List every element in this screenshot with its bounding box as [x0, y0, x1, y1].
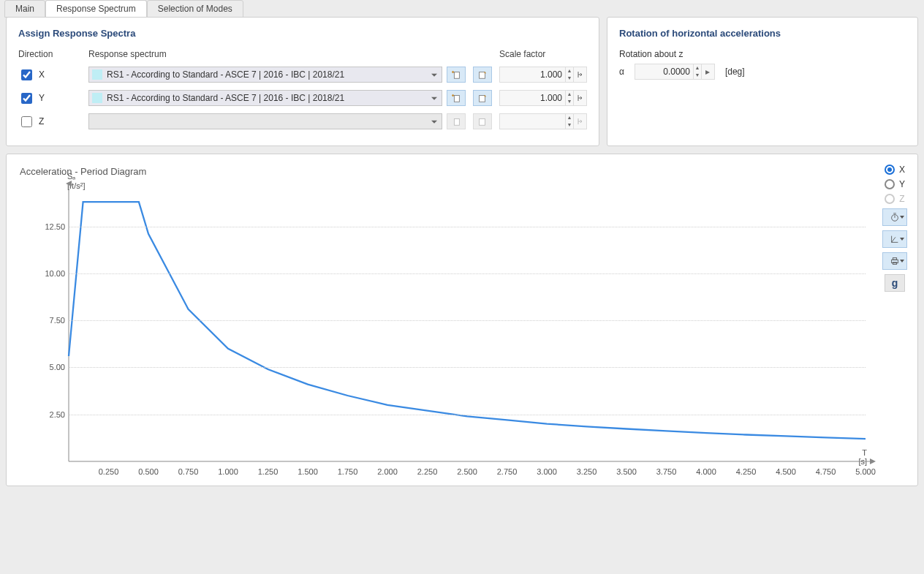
- x-tick-label: 2.750: [497, 467, 518, 476]
- chart-direction-z-radio: Z: [885, 194, 904, 204]
- scale-z-assign-icon: [573, 114, 586, 129]
- spectrum-swatch-icon: [92, 93, 102, 103]
- x-tick-label: 4.750: [816, 467, 836, 476]
- scale-y-input[interactable]: 1.000 ▲▼: [499, 90, 587, 106]
- rotation-slider-icon[interactable]: ▸: [701, 64, 714, 79]
- scale-y-assign-icon[interactable]: [573, 91, 586, 105]
- new-spectrum-z-button: [447, 113, 466, 129]
- direction-z-checkbox[interactable]: Z: [18, 114, 84, 129]
- svg-rect-5: [480, 119, 485, 126]
- svg-rect-8: [893, 258, 896, 260]
- chart-line: [69, 198, 866, 461]
- g-icon: g: [892, 277, 898, 289]
- x-tick-label: 4.000: [696, 467, 716, 476]
- hdr-scale: Scale factor: [499, 49, 587, 59]
- new-spectrum-y-button[interactable]: [447, 90, 466, 106]
- chart-title: Acceleration - Period Diagram: [20, 166, 907, 177]
- spectrum-swatch-icon: [92, 69, 102, 80]
- svg-rect-3: [480, 96, 485, 102]
- direction-z-label: Z: [39, 116, 44, 126]
- chart-axes-tool-button[interactable]: [882, 230, 907, 248]
- svg-rect-2: [454, 96, 459, 102]
- direction-y-checkbox[interactable]: Y: [18, 91, 84, 106]
- open-file-icon: [477, 93, 488, 103]
- spectrum-select-y[interactable]: RS1 - According to Standard - ASCE 7 | 2…: [88, 90, 442, 106]
- edit-spectrum-y-button[interactable]: [473, 90, 492, 106]
- direction-x-label: X: [39, 69, 45, 80]
- scale-x-input[interactable]: 1.000 ▲▼: [499, 67, 587, 83]
- edit-spectrum-z-button: [473, 113, 492, 129]
- assign-spectra-title: Assign Response Spectra: [18, 28, 587, 39]
- x-tick-label: 1.250: [258, 467, 279, 476]
- hdr-spectrum: Response spectrum: [88, 49, 442, 59]
- x-tick-label: 2.250: [417, 467, 438, 476]
- x-tick-label: 3.500: [616, 467, 637, 476]
- chart-radio-y-label: Y: [899, 179, 905, 189]
- chart-plot: Sₐ [ft/s²] T [s] 2.505.007.5010.0012.500…: [69, 198, 866, 461]
- scale-x-stepper[interactable]: ▲▼: [565, 67, 573, 82]
- tab-main[interactable]: Main: [4, 0, 45, 18]
- rotation-value: 0.0000: [635, 67, 693, 77]
- x-tick-label: 1.000: [218, 467, 238, 476]
- chevron-down-icon: [900, 216, 904, 219]
- x-tick-label: 2.500: [457, 467, 477, 476]
- y-axis-title: Sₐ [ft/s²]: [67, 172, 85, 190]
- svg-rect-4: [454, 119, 459, 126]
- chart-time-tool-button[interactable]: [882, 208, 907, 226]
- x-tick-label: 0.750: [178, 467, 199, 476]
- scale-y-value: 1.000: [500, 93, 565, 103]
- y-tick-label: 10.00: [36, 269, 65, 278]
- chart-g-button[interactable]: g: [885, 274, 905, 292]
- new-file-icon: [451, 69, 461, 80]
- spectrum-x-value: RS1 - According to Standard - ASCE 7 | 2…: [107, 69, 344, 80]
- edit-spectrum-x-button[interactable]: [473, 67, 492, 83]
- new-spectrum-x-button[interactable]: [447, 67, 466, 83]
- x-tick-label: 5.000: [855, 467, 876, 476]
- spectrum-y-value: RS1 - According to Standard - ASCE 7 | 2…: [107, 93, 344, 103]
- rotation-title: Rotation of horizontal accelerations: [619, 28, 906, 39]
- y-tick-label: 12.50: [36, 222, 65, 231]
- chevron-down-icon: [900, 238, 904, 241]
- scale-x-value: 1.000: [500, 69, 565, 80]
- rotation-label: Rotation about z: [619, 49, 906, 59]
- new-file-icon: [451, 116, 461, 126]
- x-tick-label: 3.000: [537, 467, 557, 476]
- chart-direction-x-radio[interactable]: X: [885, 165, 905, 175]
- direction-x-checkbox[interactable]: X: [18, 67, 84, 83]
- tab-response-spectrum[interactable]: Response Spectrum: [45, 0, 147, 18]
- x-tick-label: 1.750: [338, 467, 358, 476]
- chart-radio-z-label: Z: [899, 194, 904, 204]
- x-tick-label: 0.250: [99, 467, 119, 476]
- x-tick-label: 3.250: [577, 467, 597, 476]
- scale-x-assign-icon[interactable]: [573, 67, 586, 82]
- x-tick-label: 3.750: [656, 467, 677, 476]
- x-tick-label: 0.500: [138, 467, 159, 476]
- chart-radio-x-label: X: [899, 165, 905, 175]
- x-tick-label: 2.000: [377, 467, 398, 476]
- axes-icon: [890, 234, 900, 244]
- scale-z-stepper: ▲▼: [565, 114, 573, 129]
- stopwatch-icon: [890, 212, 900, 222]
- y-tick-label: 2.50: [36, 410, 65, 419]
- rotation-stepper[interactable]: ▲▼: [693, 64, 701, 79]
- open-file-icon: [477, 116, 488, 126]
- y-tick-label: 5.00: [36, 363, 65, 371]
- rotation-input[interactable]: 0.0000 ▲▼ ▸: [635, 64, 715, 80]
- svg-rect-0: [454, 72, 459, 79]
- spectrum-select-x[interactable]: RS1 - According to Standard - ASCE 7 | 2…: [88, 67, 442, 83]
- chart-print-tool-button[interactable]: [882, 252, 907, 270]
- direction-y-label: Y: [39, 93, 45, 103]
- printer-icon: [890, 256, 900, 266]
- open-file-icon: [477, 69, 488, 80]
- x-tick-label: 4.250: [736, 467, 757, 476]
- new-file-icon: [451, 93, 461, 103]
- svg-rect-1: [480, 72, 485, 79]
- x-tick-label: 4.500: [776, 467, 796, 476]
- x-tick-label: 1.500: [298, 467, 318, 476]
- spectrum-select-z: [88, 113, 442, 129]
- scale-z-input: ▲▼: [499, 113, 587, 129]
- scale-y-stepper[interactable]: ▲▼: [565, 91, 573, 105]
- chart-direction-y-radio[interactable]: Y: [885, 179, 905, 189]
- tab-selection-of-modes[interactable]: Selection of Modes: [147, 0, 243, 18]
- alpha-symbol: α: [619, 67, 624, 77]
